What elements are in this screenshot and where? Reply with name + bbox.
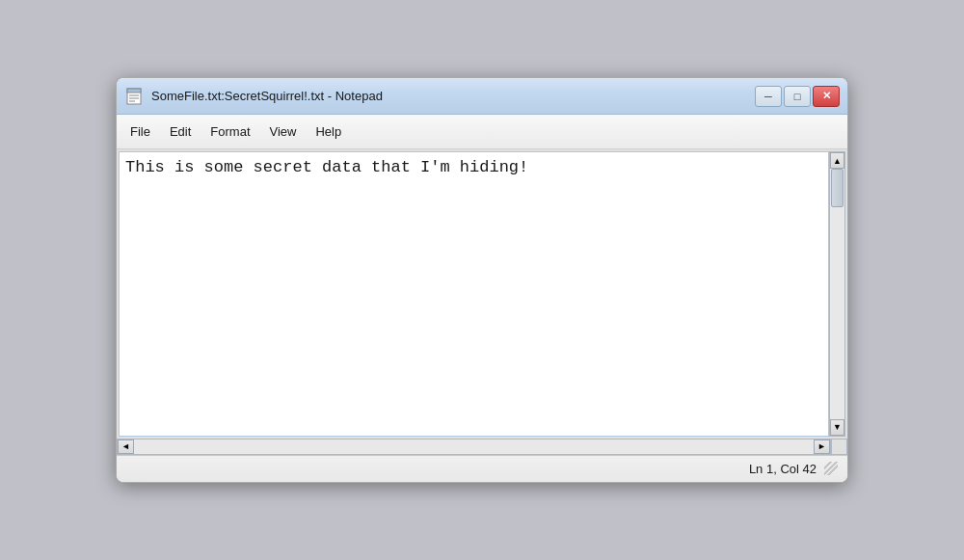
scroll-right-button[interactable]: ► <box>814 440 830 454</box>
right-arrow-icon: ► <box>817 441 826 451</box>
status-bar: Ln 1, Col 42 <box>117 455 847 482</box>
vertical-scrollbar[interactable]: ▲ ▼ <box>829 151 845 437</box>
window-title: SomeFile.txt:SecretSquirrel!.txt - Notep… <box>151 89 383 103</box>
scroll-thumb-vertical[interactable] <box>831 169 844 207</box>
menu-format[interactable]: Format <box>201 120 259 143</box>
title-buttons: ─ □ ✕ <box>755 86 840 107</box>
scroll-track-vertical[interactable] <box>830 169 844 419</box>
resize-grip-icon[interactable] <box>824 462 838 475</box>
maximize-button[interactable]: □ <box>784 86 811 107</box>
title-bar-left: SomeFile.txt:SecretSquirrel!.txt - Notep… <box>124 87 383 106</box>
menu-help[interactable]: Help <box>306 120 351 143</box>
svg-rect-1 <box>127 89 141 93</box>
scrollbar-corner <box>831 439 847 455</box>
notepad-window: SomeFile.txt:SecretSquirrel!.txt - Notep… <box>116 77 848 483</box>
menu-file[interactable]: File <box>120 120 160 143</box>
left-arrow-icon: ◄ <box>121 441 130 451</box>
horizontal-scrollbar-row: ◄ ► <box>117 439 847 455</box>
editor-scroll-area: This is some secret data that I'm hiding… <box>119 151 829 437</box>
menu-view[interactable]: View <box>260 120 307 143</box>
title-bar: SomeFile.txt:SecretSquirrel!.txt - Notep… <box>117 78 847 115</box>
text-editor[interactable]: This is some secret data that I'm hiding… <box>119 151 829 437</box>
scroll-down-button[interactable]: ▼ <box>830 419 844 436</box>
cursor-position: Ln 1, Col 42 <box>749 462 817 476</box>
content-wrapper: This is some secret data that I'm hiding… <box>117 149 847 455</box>
down-arrow-icon: ▼ <box>833 422 842 432</box>
editor-area: This is some secret data that I'm hiding… <box>117 149 847 439</box>
up-arrow-icon: ▲ <box>833 156 842 166</box>
close-button[interactable]: ✕ <box>813 86 840 107</box>
menu-edit[interactable]: Edit <box>160 120 201 143</box>
scroll-left-button[interactable]: ◄ <box>118 440 134 454</box>
scroll-track-horizontal[interactable] <box>134 440 814 454</box>
scroll-up-button[interactable]: ▲ <box>830 152 844 169</box>
menu-bar: File Edit Format View Help <box>117 115 847 149</box>
horizontal-scrollbar[interactable]: ◄ ► <box>117 439 831 455</box>
notepad-icon <box>124 87 144 106</box>
minimize-button[interactable]: ─ <box>755 86 782 107</box>
